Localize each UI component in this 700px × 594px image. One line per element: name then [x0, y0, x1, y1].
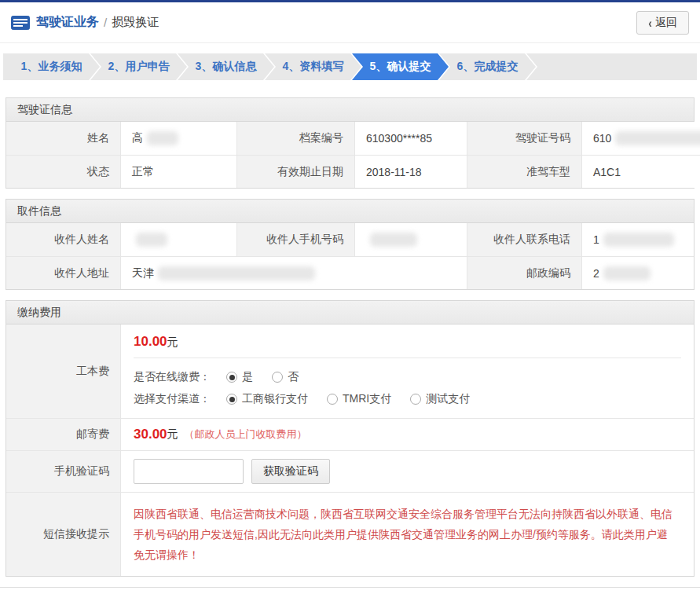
license-table: 姓名 高 档案编号 610300****85 驾驶证号码 610 状态 正常 有…: [6, 122, 694, 188]
recipient-name-value: [121, 223, 237, 256]
recipient-phone-value: 1: [582, 223, 694, 256]
divider: [134, 358, 681, 358]
radio-channel-test[interactable]: [410, 394, 421, 405]
radio-online-yes[interactable]: [226, 372, 237, 383]
postage-note: （邮政人员上门收取费用）: [185, 427, 307, 442]
postage-value: 30.00元 （邮政人员上门收取费用）: [121, 418, 694, 450]
radio-channel-tmri[interactable]: [327, 394, 338, 405]
redacted-blur: [615, 131, 700, 145]
vehicle-class-label: 准驾车型: [467, 155, 582, 188]
sms-tip-label: 短信接收提示: [6, 492, 121, 576]
vehicle-class-value: A1C1: [582, 155, 700, 188]
back-button-label: 返回: [655, 16, 677, 30]
license-number-label: 驾驶证号码: [467, 122, 582, 155]
payment-table: 工本费 10.00元 是否在线缴费： 是 否 选择支付渠道：: [6, 324, 694, 576]
breadcrumb-current: 损毁换证: [112, 15, 159, 30]
fee-amount-line: 10.00元: [134, 334, 681, 350]
pickup-section-title: 取件信息: [6, 200, 694, 223]
recipient-mobile-value: [355, 223, 467, 256]
fee-unit: 元: [167, 336, 178, 348]
get-code-button[interactable]: 获取验证码: [251, 459, 330, 484]
recipient-name-label: 收件人姓名: [6, 223, 121, 256]
postage-label: 邮寄费: [6, 418, 121, 450]
step-progress-bar: 1、业务须知 2、用户申告 3、确认信息 4、资料填写 5、确认提交 6、完成提…: [3, 53, 697, 80]
status-label: 状态: [6, 155, 121, 188]
pickup-table: 收件人姓名 收件人手机号码 收件人联系电话 1 收件人地址 天津 邮政编码 2: [6, 223, 694, 289]
captcha-label: 手机验证码: [6, 450, 121, 492]
payment-section: 缴纳费用 工本费 10.00元 是否在线缴费： 是 否: [5, 300, 695, 577]
fee-amount: 10.00: [134, 334, 167, 349]
step-6-finish-submit[interactable]: 6、完成提交: [439, 53, 536, 80]
chevron-left-icon: ‹: [648, 15, 652, 29]
payment-section-title: 缴纳费用: [6, 301, 694, 324]
postal-code-label: 邮政编码: [467, 256, 582, 289]
license-number-value: 610: [582, 122, 700, 155]
radio-online-no-label[interactable]: 否: [288, 370, 299, 384]
redacted-blur: [370, 233, 417, 247]
postage-amount: 30.00: [134, 427, 167, 442]
name-label: 姓名: [6, 122, 121, 155]
pay-channel-question: 选择支付渠道：: [134, 392, 211, 406]
redacted-blur: [147, 131, 178, 145]
captcha-input[interactable]: [134, 459, 244, 484]
redacted-blur: [136, 233, 167, 247]
pickup-info-section: 取件信息 收件人姓名 收件人手机号码 收件人联系电话 1 收件人地址 天津 邮政…: [5, 199, 695, 290]
step-3-confirm-info[interactable]: 3、确认信息: [178, 53, 274, 80]
radio-channel-icbc[interactable]: [226, 394, 237, 405]
fee-value-block: 10.00元 是否在线缴费： 是 否 选择支付渠道： 工商银行支付: [121, 324, 694, 418]
redacted-blur: [158, 266, 315, 280]
recipient-mobile-label: 收件人手机号码: [237, 223, 355, 256]
radio-channel-test-label[interactable]: 测试支付: [426, 392, 470, 406]
postal-code-value: 2: [582, 256, 694, 289]
recipient-address-label: 收件人地址: [6, 256, 121, 289]
license-section-title: 驾驶证信息: [6, 98, 694, 122]
license-card-icon: [11, 16, 30, 30]
page: 驾驶证业务 / 损毁换证 ‹ 返回 1、业务须知 2、用户申告 3、确认信息 4…: [0, 0, 700, 594]
radio-online-yes-label[interactable]: 是: [242, 370, 253, 384]
recipient-address-value: 天津: [121, 256, 467, 289]
redacted-blur: [603, 266, 651, 280]
page-title: 驾驶证业务: [36, 14, 99, 31]
redacted-blur: [603, 233, 674, 247]
header: 驾驶证业务 / 损毁换证 ‹ 返回: [0, 2, 700, 43]
sms-tip-row: 因陕西省联通、电信运营商技术问题，陕西省互联网交通安全综合服务管理平台无法向持陕…: [121, 492, 694, 576]
fee-label: 工本费: [6, 324, 121, 418]
step-1-business-notice[interactable]: 1、业务须知: [3, 53, 100, 80]
status-value: 正常: [121, 155, 237, 188]
radio-channel-tmri-label[interactable]: TMRI支付: [343, 392, 391, 406]
name-value: 高: [121, 122, 237, 155]
footer-actions: 上一步 完成: [0, 588, 700, 594]
sms-tip-text: 因陕西省联通、电信运营商技术问题，陕西省互联网交通安全综合服务管理平台无法向持陕…: [134, 502, 681, 566]
online-pay-question: 是否在线缴费：: [134, 370, 211, 384]
breadcrumb-separator: /: [104, 16, 107, 29]
license-info-section: 驾驶证信息 姓名 高 档案编号 610300****85 驾驶证号码 610 状…: [5, 97, 695, 189]
back-button[interactable]: ‹ 返回: [636, 11, 689, 35]
radio-online-no[interactable]: [272, 372, 283, 383]
step-2-user-declaration[interactable]: 2、用户申告: [90, 53, 187, 80]
step-4-fill-data[interactable]: 4、资料填写: [265, 53, 361, 80]
file-number-value: 610300****85: [355, 122, 467, 155]
step-5-confirm-submit[interactable]: 5、确认提交: [352, 53, 449, 80]
file-number-label: 档案编号: [237, 122, 355, 155]
captcha-row: 获取验证码: [121, 450, 694, 492]
pay-channel-option-row: 选择支付渠道： 工商银行支付 TMRI支付 测试支付: [134, 388, 681, 410]
online-pay-option-row: 是否在线缴费： 是 否: [134, 366, 681, 388]
postage-unit: 元: [167, 427, 178, 442]
expiry-date-value: 2018-11-18: [355, 155, 467, 188]
radio-channel-icbc-label[interactable]: 工商银行支付: [242, 392, 308, 406]
recipient-phone-label: 收件人联系电话: [467, 223, 582, 256]
expiry-date-label: 有效期止日期: [237, 155, 355, 188]
step-bar-filler: [526, 53, 697, 80]
